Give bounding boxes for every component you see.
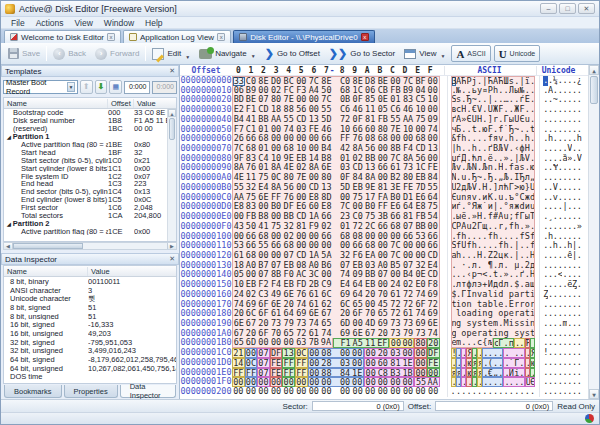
hex-byte[interactable]: 07 bbox=[377, 270, 390, 280]
unicode-char[interactable]: . bbox=[577, 251, 582, 261]
unicode-char[interactable]: . bbox=[577, 86, 582, 96]
unicode-char[interactable]: . bbox=[577, 115, 582, 125]
hex-byte[interactable]: 01 bbox=[389, 95, 402, 105]
hex-byte[interactable]: FA bbox=[377, 193, 390, 203]
hex-byte[interactable]: 7C bbox=[389, 154, 402, 164]
templates-close-icon[interactable]: ✕ bbox=[169, 67, 175, 75]
hex-byte[interactable]: 73 bbox=[389, 329, 402, 339]
hex-byte[interactable]: 0C bbox=[295, 348, 308, 358]
hex-byte[interactable]: 75 bbox=[245, 193, 258, 203]
hex-byte[interactable]: 20 bbox=[377, 348, 390, 358]
hex-byte[interactable]: F0 bbox=[282, 270, 295, 280]
edit-button[interactable]: Edit▼ bbox=[149, 47, 193, 61]
hex-byte[interactable]: 75 bbox=[351, 193, 364, 203]
hex-byte[interactable]: 1C bbox=[414, 163, 427, 173]
hex-byte[interactable]: 00 bbox=[295, 193, 308, 203]
hex-byte[interactable]: 00 bbox=[364, 377, 377, 387]
template-row[interactable]: Total sectors1CA204,800 bbox=[4, 212, 176, 220]
hex-byte[interactable]: 85 bbox=[364, 95, 377, 105]
hex-byte[interactable]: 66 bbox=[389, 212, 402, 222]
hex-byte[interactable]: FE bbox=[427, 358, 440, 368]
hex-byte[interactable]: 00 bbox=[377, 173, 390, 183]
hex-byte[interactable]: B8 bbox=[257, 212, 270, 222]
hex-byte[interactable]: CD bbox=[295, 212, 308, 222]
hex-byte[interactable]: 69 bbox=[295, 309, 308, 319]
ascii-char[interactable]: Є bbox=[530, 377, 535, 387]
hex-byte[interactable]: FF bbox=[377, 202, 390, 212]
unicode-char[interactable]: . bbox=[577, 280, 582, 290]
hex-byte[interactable]: 00 bbox=[282, 377, 295, 387]
hex-byte[interactable]: 53 bbox=[232, 241, 245, 251]
hex-byte[interactable]: 7D bbox=[414, 183, 427, 193]
template-row[interactable]: End head1C3223 bbox=[4, 180, 176, 188]
hex-byte[interactable]: 66 bbox=[377, 163, 390, 173]
hex-byte[interactable]: 61 bbox=[308, 329, 321, 339]
hex-byte[interactable]: 69 bbox=[333, 329, 352, 339]
hex-byte[interactable]: FE bbox=[427, 163, 440, 173]
unicode-char[interactable]: . bbox=[577, 329, 582, 339]
hex-byte[interactable]: EB bbox=[364, 280, 377, 290]
hex-byte[interactable]: 73 bbox=[295, 319, 308, 329]
hex-byte[interactable]: C9 bbox=[320, 280, 333, 290]
hex-byte[interactable]: 00 bbox=[402, 338, 415, 348]
hex-byte[interactable]: 07 bbox=[257, 348, 270, 358]
hex-byte[interactable]: 00 bbox=[257, 251, 270, 261]
hex-byte[interactable]: CD bbox=[308, 183, 321, 193]
hex-byte[interactable]: 61 bbox=[389, 290, 402, 300]
hex-byte[interactable]: 10 bbox=[270, 154, 283, 164]
hex-byte[interactable]: 00 bbox=[351, 319, 364, 329]
hex-byte[interactable]: AA bbox=[232, 193, 245, 203]
hex-byte[interactable]: 26 bbox=[232, 134, 245, 144]
hex-byte[interactable]: 00 bbox=[377, 251, 390, 261]
hex-byte[interactable]: 00 bbox=[270, 377, 283, 387]
hex-byte[interactable]: 70 bbox=[364, 309, 377, 319]
hex-byte[interactable]: 73 bbox=[389, 319, 402, 329]
hex-byte[interactable]: 0E bbox=[414, 270, 427, 280]
hex-byte[interactable]: 00 bbox=[333, 348, 352, 358]
hex-byte[interactable]: 66 bbox=[245, 241, 258, 251]
hex-byte[interactable]: 8A bbox=[270, 183, 283, 193]
hex-byte[interactable]: 00 bbox=[232, 377, 245, 387]
hex-byte[interactable]: 06 bbox=[364, 86, 377, 96]
hex-byte[interactable]: 8B bbox=[389, 144, 402, 154]
hex-byte[interactable]: C8 bbox=[377, 368, 390, 378]
hex-byte[interactable]: 02 bbox=[402, 280, 415, 290]
hex-byte[interactable]: 75 bbox=[364, 212, 377, 222]
inspector-row[interactable]: 32 bit, unsigned3,499,016,243 bbox=[4, 347, 176, 356]
inspector-row[interactable]: 64 bit, unsigned10,267,082,061,450,756,1… bbox=[4, 364, 176, 373]
hex-byte[interactable]: E4 bbox=[257, 183, 270, 193]
hex-byte[interactable]: 02 bbox=[320, 222, 333, 232]
hex-byte[interactable]: 65 bbox=[282, 329, 295, 339]
hex-byte[interactable]: 1B bbox=[402, 368, 415, 378]
tree-expand-icon[interactable]: ◢ bbox=[7, 221, 11, 227]
hex-byte[interactable]: 74 bbox=[320, 329, 333, 339]
hex-byte[interactable]: 00 bbox=[232, 212, 245, 222]
hex-byte[interactable]: B9 bbox=[245, 86, 258, 96]
hex-byte[interactable]: B0 bbox=[270, 202, 283, 212]
hex-byte[interactable]: 6E bbox=[351, 329, 364, 339]
hex-byte[interactable]: B0 bbox=[364, 202, 377, 212]
hex-byte[interactable]: 6D bbox=[333, 319, 352, 329]
hex-byte[interactable]: 76 bbox=[245, 163, 258, 173]
hex-byte[interactable]: BB bbox=[414, 222, 427, 232]
hex-byte[interactable]: BB bbox=[282, 212, 295, 222]
hex-byte[interactable]: B2 bbox=[389, 173, 402, 183]
hex-byte[interactable]: 6F bbox=[257, 329, 270, 339]
hex-byte[interactable]: 74 bbox=[427, 329, 440, 339]
hex-byte[interactable]: C5 bbox=[414, 95, 427, 105]
hex-byte[interactable]: 00 bbox=[389, 76, 402, 86]
hex-grid[interactable]: 000000000033C08ED0BC007C8EC08ED8BE007CBF… bbox=[180, 76, 599, 399]
hex-byte[interactable]: BE bbox=[245, 95, 258, 105]
template-row[interactable]: Start head1BF32 bbox=[4, 148, 176, 156]
ascii-char[interactable]: f bbox=[530, 241, 535, 251]
hex-byte[interactable]: 69 bbox=[377, 319, 390, 329]
hex-byte[interactable]: 00 bbox=[295, 241, 308, 251]
hex-byte[interactable]: 00 bbox=[364, 387, 377, 397]
hex-byte[interactable]: 6E bbox=[320, 163, 333, 173]
hex-byte[interactable]: 81 bbox=[295, 222, 308, 232]
hex-byte[interactable]: 00 bbox=[414, 125, 427, 135]
hex-byte[interactable]: 01 bbox=[257, 144, 270, 154]
ascii-char[interactable]: . bbox=[530, 154, 535, 164]
hex-byte[interactable]: 68 bbox=[282, 241, 295, 251]
hex-byte[interactable]: 00 bbox=[282, 134, 295, 144]
